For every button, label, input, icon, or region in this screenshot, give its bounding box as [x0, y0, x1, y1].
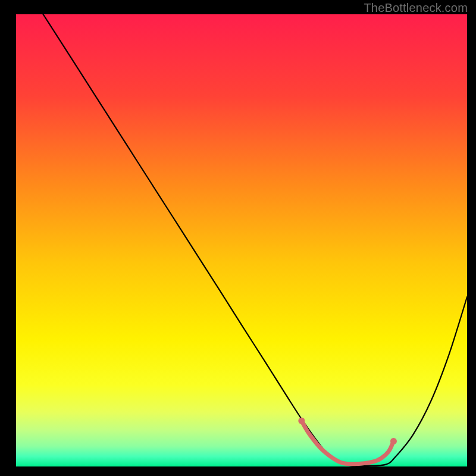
optimal-range-endpoint [298, 418, 305, 424]
gradient-background [16, 14, 467, 466]
watermark-text: TheBottleneck.com [364, 1, 468, 15]
chart-canvas [16, 14, 467, 466]
chart-plot-area [16, 14, 467, 466]
optimal-range-endpoint [390, 438, 397, 444]
